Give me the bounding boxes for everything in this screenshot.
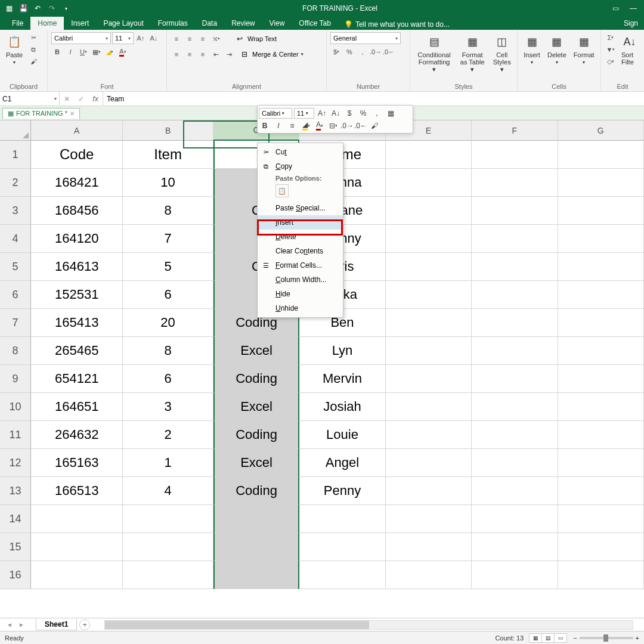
cell-E1[interactable] <box>386 141 472 169</box>
row-header-6[interactable]: 6 <box>0 281 31 309</box>
cell-F10[interactable] <box>472 393 558 421</box>
cell-B7[interactable]: 20 <box>123 309 213 337</box>
cell-A8[interactable]: 265465 <box>31 337 123 365</box>
cell-A4[interactable]: 164120 <box>31 225 123 253</box>
undo-icon[interactable]: ↶ <box>31 2 44 15</box>
cell-B1[interactable]: Item <box>123 141 213 169</box>
cell-G1[interactable] <box>558 141 644 169</box>
cell-D16[interactable] <box>299 561 385 589</box>
paste-option-icon[interactable]: 📋 <box>275 184 289 197</box>
cell-A7[interactable]: 165413 <box>31 309 123 337</box>
mini-format-painter-icon[interactable]: 🖌 <box>369 120 380 131</box>
cm-unhide[interactable]: Unhide <box>258 301 343 315</box>
cell-B6[interactable]: 6 <box>123 281 213 309</box>
cm-cut[interactable]: ✂Cut <box>258 145 343 159</box>
sheet-nav-next-icon[interactable]: ► <box>17 620 26 630</box>
mini-inc-decimal-icon[interactable]: .0→ <box>341 120 353 131</box>
formula-input[interactable]: Team <box>103 92 644 106</box>
cell-G7[interactable] <box>558 309 644 337</box>
cell-B10[interactable]: 3 <box>123 393 213 421</box>
mini-increase-font-icon[interactable]: A↑ <box>316 108 328 119</box>
cell-G11[interactable] <box>558 421 644 449</box>
mini-align-icon[interactable]: ≡ <box>286 120 298 131</box>
wrap-text-button[interactable]: ↩Wrap Text <box>231 32 280 45</box>
cell-A6[interactable]: 152531 <box>31 281 123 309</box>
minimize-icon[interactable]: — <box>625 2 642 14</box>
cell-D11[interactable]: Louie <box>299 421 385 449</box>
font-size-combo[interactable]: 11▾ <box>112 32 134 44</box>
row-header-16[interactable]: 16 <box>0 561 31 589</box>
zoom-in-icon[interactable]: + <box>636 634 639 642</box>
cell-C14[interactable] <box>213 505 299 533</box>
cell-E16[interactable] <box>386 561 472 589</box>
mini-decrease-font-icon[interactable]: A↓ <box>330 108 342 119</box>
select-all-corner[interactable] <box>0 120 31 141</box>
cell-E14[interactable] <box>386 505 472 533</box>
mini-bold-icon[interactable]: B <box>259 120 271 131</box>
cell-E12[interactable] <box>386 449 472 477</box>
cell-A9[interactable]: 654121 <box>31 365 123 393</box>
percent-icon[interactable]: % <box>343 47 355 57</box>
zoom-out-icon[interactable]: − <box>573 634 577 642</box>
zoom-slider[interactable] <box>580 637 633 639</box>
cell-E2[interactable] <box>386 169 472 197</box>
merge-center-button[interactable]: ⊟Merge & Center▾ <box>236 48 306 61</box>
row-header-12[interactable]: 12 <box>0 449 31 477</box>
tab-data[interactable]: Data <box>195 17 224 30</box>
enter-formula-icon[interactable]: ✓ <box>74 92 88 106</box>
cm-column-width[interactable]: Column Width... <box>258 273 343 287</box>
cell-D14[interactable] <box>299 505 385 533</box>
align-bottom-icon[interactable]: ≡ <box>197 33 209 44</box>
cell-F7[interactable] <box>472 309 558 337</box>
row-header-3[interactable]: 3 <box>0 197 31 225</box>
tell-me-search[interactable]: 💡Tell me what you want to do... <box>338 19 456 30</box>
cell-F14[interactable] <box>472 505 558 533</box>
mini-percent-icon[interactable]: % <box>357 108 369 119</box>
cell-B12[interactable]: 1 <box>123 449 213 477</box>
row-header-10[interactable]: 10 <box>0 393 31 421</box>
comma-icon[interactable]: , <box>357 47 369 57</box>
cell-C16[interactable] <box>213 561 299 589</box>
cancel-formula-icon[interactable]: ✕ <box>60 92 74 106</box>
cell-E11[interactable] <box>386 421 472 449</box>
cell-A16[interactable] <box>31 561 123 589</box>
cell-A3[interactable]: 168456 <box>31 197 123 225</box>
name-box[interactable]: C1▾ <box>0 92 60 106</box>
format-cells-button[interactable]: ▦Format▾ <box>571 32 597 66</box>
row-header-13[interactable]: 13 <box>0 477 31 505</box>
add-sheet-button[interactable]: + <box>79 620 90 630</box>
border-button[interactable]: ▦▾ <box>91 47 103 57</box>
cell-E13[interactable] <box>386 477 472 505</box>
orientation-icon[interactable]: ⤭▾ <box>210 33 222 44</box>
increase-decimal-icon[interactable]: .0→ <box>370 47 382 57</box>
cm-copy[interactable]: ⧉Copy <box>258 159 343 174</box>
cm-delete[interactable]: Delete <box>258 230 343 244</box>
format-as-table-button[interactable]: ▦Format as Table ▾ <box>457 32 488 74</box>
cell-F3[interactable] <box>472 197 558 225</box>
cell-G12[interactable] <box>558 449 644 477</box>
cell-E9[interactable] <box>386 365 472 393</box>
qat-customize-icon[interactable]: ▾ <box>60 2 73 15</box>
cell-styles-button[interactable]: ◫Cell Styles ▾ <box>490 32 513 74</box>
zoom-knob[interactable] <box>603 634 608 642</box>
cell-E3[interactable] <box>386 197 472 225</box>
fx-icon[interactable]: fx <box>88 92 103 106</box>
cell-B2[interactable]: 10 <box>123 169 213 197</box>
cell-G6[interactable] <box>558 281 644 309</box>
cell-C12[interactable]: Excel <box>213 449 299 477</box>
workbook-tab[interactable]: ▦FOR TRAINING *✕ <box>2 108 80 119</box>
tab-formulas[interactable]: Formulas <box>151 17 195 30</box>
cell-G5[interactable] <box>558 253 644 281</box>
cell-G3[interactable] <box>558 197 644 225</box>
cell-C11[interactable]: Coding <box>213 421 299 449</box>
underline-button[interactable]: U▾ <box>78 47 89 57</box>
tab-file[interactable]: File <box>5 17 30 30</box>
mini-border-icon[interactable]: ▦ <box>385 108 397 119</box>
row-header-15[interactable]: 15 <box>0 533 31 561</box>
tab-review[interactable]: Review <box>224 17 262 30</box>
cell-C15[interactable] <box>213 533 299 561</box>
cell-G13[interactable] <box>558 477 644 505</box>
view-normal-icon[interactable]: ▦ <box>529 633 542 643</box>
cell-E10[interactable] <box>386 393 472 421</box>
decrease-decimal-icon[interactable]: .0← <box>383 47 395 57</box>
